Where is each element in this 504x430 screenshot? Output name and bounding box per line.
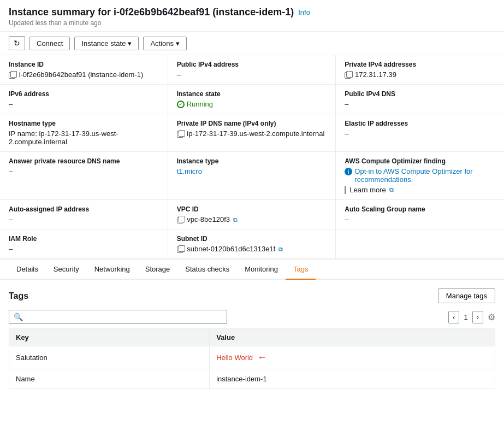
- external-link-icon: ⧉: [389, 186, 394, 193]
- page-number: 1: [464, 313, 467, 321]
- search-icon: 🔍: [14, 313, 23, 321]
- page-title: Instance summary for i-0f2e6b9b642beaf91…: [9, 7, 294, 18]
- detail-vpc: VPC ID vpc-8be120f3 ⧉: [168, 200, 336, 229]
- details-grid: Instance ID i-0f2e6b9b642beaf91 (instanc…: [0, 55, 504, 260]
- tags-section: Tags Manage tags 🔍 ‹ 1 › ⚙ Key Value: [0, 280, 504, 398]
- copy-icon[interactable]: [177, 131, 183, 138]
- detail-ipv6: IPv6 address –: [0, 85, 168, 114]
- tab-tags[interactable]: Tags: [286, 260, 316, 280]
- header: Instance summary for i-0f2e6b9b642beaf91…: [0, 0, 504, 32]
- actions-button[interactable]: Actions ▾: [143, 37, 187, 50]
- tag-value-salutation: Hello World ←: [210, 346, 495, 369]
- copy-icon[interactable]: [177, 246, 183, 253]
- prev-page-button[interactable]: ‹: [448, 311, 459, 323]
- detail-hostname: Hostname type IP name: ip-172-31-17-39.u…: [0, 114, 168, 152]
- tabs: Details Security Networking Storage Stat…: [0, 260, 504, 280]
- col-header-key: Key: [9, 329, 210, 346]
- tags-header: Tags Manage tags: [9, 288, 495, 303]
- detail-public-ipv4: Public IPv4 address –: [168, 55, 336, 85]
- arrow-icon: ←: [257, 352, 267, 363]
- next-page-button[interactable]: ›: [472, 311, 483, 323]
- search-input[interactable]: [26, 313, 222, 321]
- detail-iam: IAM Role –: [0, 229, 168, 259]
- chevron-down-icon: ▾: [128, 39, 132, 48]
- table-row: Salutation Hello World ←: [9, 346, 495, 369]
- external-link-icon: ⧉: [233, 216, 238, 223]
- copy-icon[interactable]: [9, 72, 15, 79]
- subnet-link[interactable]: subnet-0120b61d6c1313e1f: [187, 245, 275, 253]
- learn-more-link[interactable]: Learn more: [349, 186, 386, 194]
- tab-details[interactable]: Details: [9, 260, 46, 280]
- table-row: Name instance-idem-1: [9, 369, 495, 389]
- tab-status-checks[interactable]: Status checks: [177, 260, 237, 280]
- detail-instance-id: Instance ID i-0f2e6b9b642beaf91 (instanc…: [0, 55, 168, 85]
- instance-id-link[interactable]: i-0f2e6b9b642beaf91 (instance-idem-1): [19, 70, 144, 79]
- detail-public-dns: Public IPv4 DNS –: [336, 85, 504, 114]
- search-row: 🔍 ‹ 1 › ⚙: [9, 310, 495, 324]
- instance-type-link[interactable]: t1.micro: [177, 167, 327, 175]
- optimizer-link[interactable]: Opt-in to AWS Compute Optimizer for reco…: [354, 167, 495, 184]
- tags-table: Key Value Salutation Hello World ← Name: [9, 328, 495, 389]
- refresh-button[interactable]: ↻: [9, 36, 25, 50]
- info-icon: i: [345, 168, 352, 175]
- external-link-icon: ⧉: [278, 246, 283, 252]
- pagination-controls: ‹ 1 › ⚙: [448, 311, 495, 323]
- header-subtitle: Updated less than a minute ago: [9, 19, 495, 27]
- header-title: Instance summary for i-0f2e6b9b642beaf91…: [9, 7, 495, 18]
- learn-more-bar: [345, 186, 346, 194]
- vpc-link[interactable]: vpc-8be120f3: [187, 215, 230, 223]
- copy-icon[interactable]: [177, 217, 183, 223]
- toolbar: ↻ Connect Instance state ▾ Actions ▾: [0, 32, 504, 55]
- tab-storage[interactable]: Storage: [138, 260, 178, 280]
- detail-auto-ip: Auto-assigned IP address –: [0, 200, 168, 229]
- tag-key-salutation: Salutation: [9, 346, 210, 369]
- detail-private-dns: Private IP DNS name (IPv4 only) ip-172-3…: [168, 114, 336, 152]
- detail-optimizer: AWS Compute Optimizer finding i Opt-in t…: [336, 152, 504, 200]
- manage-tags-button[interactable]: Manage tags: [438, 288, 495, 303]
- detail-private-ipv4: Private IPv4 addresses 172.31.17.39: [336, 55, 504, 85]
- detail-subnet: Subnet ID subnet-0120b61d6c1313e1f ⧉: [168, 229, 336, 259]
- tab-monitoring[interactable]: Monitoring: [237, 260, 286, 280]
- instance-state-button[interactable]: Instance state ▾: [74, 37, 139, 50]
- tags-title: Tags: [9, 291, 28, 301]
- detail-answer-dns: Answer private resource DNS name –: [0, 152, 168, 200]
- tag-key-name: Name: [9, 369, 210, 389]
- page-wrapper: Instance summary for i-0f2e6b9b642beaf91…: [0, 0, 504, 430]
- detail-empty: [336, 229, 504, 259]
- copy-icon[interactable]: [345, 72, 351, 79]
- detail-instance-type: Instance type t1.micro: [168, 152, 336, 200]
- tab-networking[interactable]: Networking: [87, 260, 138, 280]
- tag-value-name: instance-idem-1: [210, 369, 495, 389]
- tab-security[interactable]: Security: [46, 260, 87, 280]
- settings-icon[interactable]: ⚙: [488, 312, 495, 322]
- connect-button[interactable]: Connect: [29, 37, 70, 50]
- detail-elastic-ip: Elastic IP addresses –: [336, 114, 504, 152]
- private-dns-link[interactable]: ip-172-31-17-39.us-west-2.compute.intern…: [187, 129, 324, 138]
- info-link[interactable]: Info: [298, 8, 310, 16]
- detail-instance-state: Instance state Running: [168, 85, 336, 114]
- detail-auto-scaling: Auto Scaling Group name –: [336, 200, 504, 229]
- chevron-down-icon: ▾: [176, 39, 180, 48]
- search-input-wrapper: 🔍: [9, 310, 227, 324]
- running-status-icon: [177, 101, 185, 108]
- col-header-value: Value: [210, 329, 495, 346]
